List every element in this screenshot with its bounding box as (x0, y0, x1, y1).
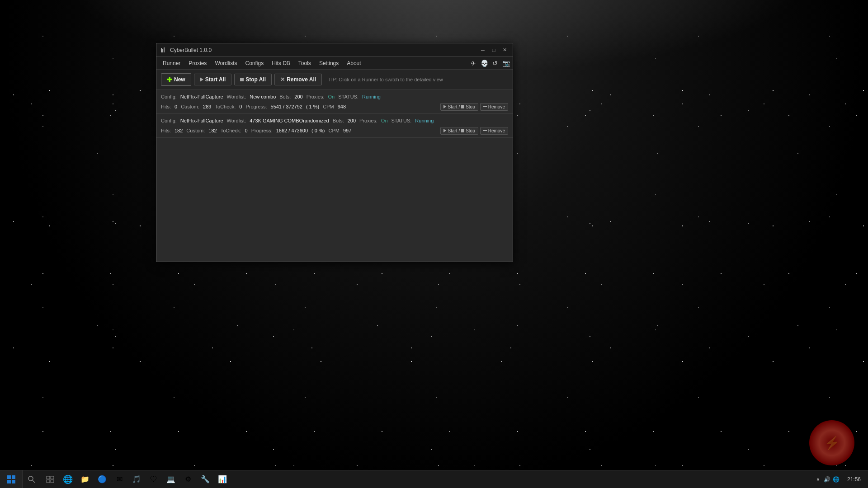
task-view-icon (46, 476, 55, 483)
svg-rect-2 (164, 47, 165, 52)
menu-item-about[interactable]: About (343, 58, 364, 68)
svg-rect-5 (7, 480, 11, 483)
update-icon[interactable]: ↺ (491, 59, 499, 67)
status-label-1: STATUS: (338, 94, 359, 99)
svg-rect-11 (47, 480, 50, 483)
status-value-2: Running (415, 118, 434, 123)
stop-all-sq-icon (240, 78, 244, 81)
window-title: CyberBullet 1.0.0 (170, 47, 478, 53)
taskbar-icon-ie[interactable]: 🌐 (60, 471, 76, 488)
proxies-label-2: Proxies: (359, 118, 377, 123)
taskbar-icon-mail[interactable]: ✉ (111, 471, 127, 488)
menu-item-tools[interactable]: Tools (295, 58, 315, 68)
tray-arrow-icon[interactable]: ∧ (815, 476, 822, 483)
taskbar: 🌐 📁 🔵 ✉ 🎵 🛡 💻 ⚙ 🔧 📊 ∧ 🔊 🌐 21:56 (0, 470, 868, 488)
custom-value-1: 289 (203, 104, 211, 109)
proxies-label-1: Proxies: (307, 94, 325, 99)
taskbar-icon-chrome[interactable]: 🔵 (94, 471, 110, 488)
taskbar-icon-misc1[interactable]: ⚙ (180, 471, 196, 488)
runner-line-2-top: Config: NetFlix-FullCapture Wordlist: 47… (161, 116, 508, 126)
bots-value-1: 200 (294, 94, 302, 99)
taskbar-icon-security[interactable]: 🛡 (146, 471, 162, 488)
bots-label-1: Bots: (279, 94, 291, 99)
search-button[interactable] (23, 470, 41, 488)
remove-all-button[interactable]: ✕ Remove All (274, 74, 322, 85)
skull-icon[interactable]: 💀 (480, 59, 488, 67)
svg-rect-9 (47, 476, 50, 479)
start-all-button[interactable]: Start All (194, 74, 232, 85)
taskbar-icon-misc2[interactable]: 🔧 (197, 471, 213, 488)
config-value-2: NetFlix-FullCapture (180, 118, 223, 123)
runner-row[interactable]: Config: NetFlix-FullCapture Wordlist: Ne… (156, 90, 513, 114)
tray-volume-icon[interactable]: 🔊 (824, 476, 831, 483)
stop-sq-icon-1 (461, 105, 464, 108)
menu-item-settings[interactable]: Settings (316, 58, 342, 68)
custom-value-2: 182 (208, 128, 217, 133)
taskbar-icon-media[interactable]: 🎵 (128, 471, 145, 488)
start-button[interactable] (0, 470, 23, 488)
stop-all-button[interactable]: Stop All (234, 74, 272, 85)
progress-label-2: Progress: (251, 128, 273, 133)
config-label-1: Config: (161, 94, 177, 99)
menu-item-wordlists[interactable]: Wordlists (211, 58, 241, 68)
remove-button-1[interactable]: Remove (480, 103, 508, 111)
close-button[interactable]: ✕ (500, 46, 509, 55)
cyberbullet-icon (160, 47, 167, 53)
new-label: New (174, 76, 185, 83)
taskbar-icon-control[interactable]: 💻 (163, 471, 179, 488)
status-label-2: STATUS: (392, 118, 412, 123)
tip-text: TIP: Click on a Runner to switch to the … (328, 77, 443, 82)
new-button[interactable]: ✚ New (161, 73, 191, 86)
config-value-1: NetFlix-FullCapture (180, 94, 223, 99)
hits-value-1: 0 (175, 104, 177, 109)
proxies-value-2: On (381, 118, 388, 123)
custom-label-2: Custom: (186, 128, 205, 133)
runner-row[interactable]: Config: NetFlix-FullCapture Wordlist: 47… (156, 114, 513, 138)
toolbar: ✚ New Start All Stop All ✕ Remove All TI… (156, 70, 513, 90)
taskbar-icon-task-view[interactable] (42, 471, 59, 488)
config-label-2: Config: (161, 118, 177, 123)
start-stop-button-2[interactable]: Start / Stop (440, 127, 478, 135)
remove-all-label: Remove All (287, 76, 316, 83)
menu-item-runner[interactable]: Runner (159, 58, 184, 68)
taskbar-right: ∧ 🔊 🌐 21:56 (811, 476, 868, 483)
svg-line-8 (33, 480, 35, 483)
cpm-label-1: CPM (323, 104, 334, 109)
stop-all-label: Stop All (245, 76, 266, 83)
progress-value-2: 1662 / 473600 (276, 128, 308, 133)
plus-icon: ✚ (167, 76, 172, 83)
taskbar-icon-folder[interactable]: 📁 (77, 471, 93, 488)
progress-label-1: Progress: (245, 104, 267, 109)
cpm-label-2: CPM (328, 128, 339, 133)
camera-icon[interactable]: 📷 (502, 59, 510, 67)
start-all-label: Start All (205, 76, 226, 83)
minimize-button[interactable]: ─ (478, 46, 487, 55)
system-clock[interactable]: 21:56 (844, 476, 864, 483)
stop-label-2: Stop (466, 128, 475, 133)
remove-button-2[interactable]: Remove (480, 127, 508, 135)
maximize-button[interactable]: □ (489, 46, 498, 55)
tray-network-icon[interactable]: 🌐 (833, 476, 840, 483)
bots-value-2: 200 (348, 118, 356, 123)
start-stop-label-1: Start / (448, 104, 460, 109)
start-stop-button-1[interactable]: Start / Stop (440, 103, 478, 111)
telegram-icon[interactable]: ✈ (469, 59, 477, 67)
start-stop-label-2: Start / (448, 128, 460, 133)
stop-label-1: Stop (466, 104, 475, 109)
start-all-play-icon (200, 77, 203, 82)
wordlist-label-1: Wordlist: (227, 94, 246, 99)
svg-rect-0 (161, 48, 162, 52)
menu-item-configs[interactable]: Configs (242, 58, 268, 68)
taskbar-icon-misc3[interactable]: 📊 (214, 471, 231, 488)
hits-value-2: 182 (175, 128, 183, 133)
watermark-logo: ⚡ (809, 420, 854, 465)
menu-item-proxies[interactable]: Proxies (185, 58, 210, 68)
svg-rect-6 (12, 480, 15, 483)
menu-item-hitsdb[interactable]: Hits DB (268, 58, 294, 68)
wordlist-label-2: Wordlist: (227, 118, 246, 123)
progress-pct-2: ( 0 %) (311, 128, 325, 133)
svg-rect-1 (162, 49, 163, 52)
windows-logo-icon (7, 475, 16, 484)
remove-dash-icon-2 (483, 130, 487, 131)
progress-value-1: 5541 / 372792 (271, 104, 302, 109)
